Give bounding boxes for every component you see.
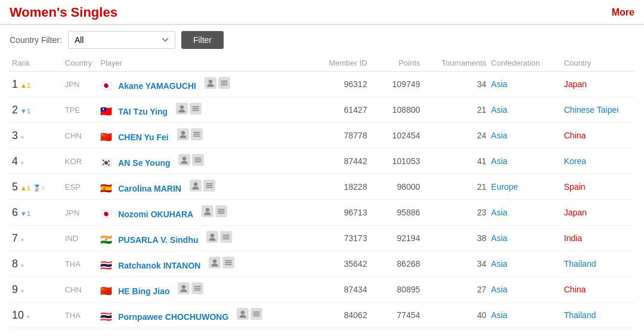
member-id-cell: 78778	[310, 123, 370, 149]
player-name[interactable]: CHEN Yu Fei	[118, 132, 169, 142]
filter-button[interactable]: Filter	[181, 31, 224, 49]
points-cell: 109749	[370, 72, 423, 97]
person-icon[interactable]	[209, 257, 221, 269]
list-icon[interactable]	[220, 231, 232, 243]
player-profile-icon[interactable]	[206, 231, 232, 243]
svg-point-24	[210, 233, 214, 237]
country-cell: Japan	[562, 200, 634, 226]
member-id-cell: 87442	[310, 149, 370, 174]
list-icon[interactable]	[222, 257, 234, 269]
tournaments-cell: 34	[423, 72, 489, 97]
person-icon[interactable]	[206, 231, 218, 243]
filter-bar: Country Filter: All Filter	[0, 25, 644, 55]
country-cell: Chinese Taipei	[562, 97, 634, 123]
country-filter-select[interactable]: All	[68, 31, 175, 49]
tournaments-cell: 34	[423, 251, 489, 277]
player-cell: 🇨🇳 HE Bing Jiao	[98, 277, 309, 303]
person-icon[interactable]	[190, 180, 202, 192]
more-link[interactable]: More	[612, 7, 634, 18]
list-icon[interactable]	[250, 308, 262, 320]
player-profile-icon[interactable]	[205, 77, 230, 89]
tournaments-cell: 21	[423, 174, 489, 200]
person-icon[interactable]	[178, 282, 190, 294]
list-icon[interactable]	[192, 154, 204, 166]
person-icon[interactable]	[237, 308, 249, 320]
svg-rect-10	[193, 134, 200, 135]
filter-label: Country Filter:	[10, 35, 62, 45]
confederation-cell[interactable]: Asia	[489, 149, 562, 174]
player-name[interactable]: AN Se Young	[118, 158, 170, 168]
person-icon[interactable]	[176, 103, 188, 115]
player-name[interactable]: Akane YAMAGUCHI	[118, 81, 196, 91]
player-profile-icon[interactable]	[202, 205, 227, 217]
player-profile-icon[interactable]	[209, 257, 234, 269]
player-cell: 🇯🇵 Akane YAMAGUCHI	[98, 72, 309, 97]
table-row: 5▲1 🥈4ESP 🇪🇸 Carolina MARIN 182289800021…	[10, 174, 634, 200]
points-cell: 92194	[370, 226, 423, 251]
player-name[interactable]: HE Bing Jiao	[118, 286, 169, 296]
player-name[interactable]: Carolina MARIN	[118, 184, 181, 193]
person-icon[interactable]	[177, 128, 189, 140]
list-icon[interactable]	[191, 128, 203, 140]
confederation-cell[interactable]: Asia	[489, 97, 562, 123]
svg-rect-5	[192, 106, 199, 107]
rank-cell: 10●	[10, 303, 63, 328]
player-flag: 🇰🇷	[100, 158, 112, 168]
col-tournaments: Tournaments	[423, 55, 489, 72]
svg-rect-22	[218, 211, 224, 212]
col-country-code: Country	[63, 55, 98, 72]
player-flag: 🇹🇭	[100, 260, 112, 270]
confederation-cell[interactable]: Asia	[489, 226, 562, 251]
points-cell: 102454	[370, 123, 423, 149]
list-icon[interactable]	[218, 77, 230, 89]
confederation-cell[interactable]: Asia	[489, 72, 562, 97]
person-icon[interactable]	[178, 154, 190, 166]
country-cell: Thailand	[562, 303, 634, 328]
tournaments-cell: 40	[423, 303, 489, 328]
country-code-cell: JPN	[63, 72, 98, 97]
player-profile-icon[interactable]	[176, 103, 202, 115]
rank-cell: 5▲1 🥈4	[10, 174, 63, 200]
confederation-cell[interactable]: Asia	[489, 200, 562, 226]
svg-rect-38	[253, 313, 260, 315]
rank-cell: 9●	[10, 277, 63, 303]
confederation-cell[interactable]: Asia	[489, 123, 562, 149]
tournaments-cell: 21	[423, 97, 489, 123]
confederation-cell[interactable]: Asia	[489, 251, 562, 277]
rank-cell: 1▲1	[10, 72, 63, 97]
svg-rect-3	[221, 84, 227, 85]
confederation-cell[interactable]: Asia	[489, 277, 562, 303]
player-name[interactable]: Nozomi OKUHARA	[118, 209, 193, 219]
player-profile-icon[interactable]	[177, 128, 203, 140]
list-icon[interactable]	[190, 103, 202, 115]
player-name[interactable]: Ratchanok INTANON	[118, 261, 200, 270]
country-code-cell: IND	[63, 226, 98, 251]
list-icon[interactable]	[203, 180, 215, 192]
svg-point-36	[241, 310, 244, 314]
player-profile-icon[interactable]	[190, 180, 215, 192]
svg-point-4	[180, 105, 184, 109]
svg-rect-34	[194, 288, 201, 289]
player-name[interactable]: PUSARLA V. Sindhu	[118, 235, 198, 245]
country-code-cell: KOR	[63, 149, 98, 174]
svg-rect-31	[225, 264, 232, 265]
country-code-cell: JPN	[63, 200, 98, 226]
player-flag: 🇹🇭	[100, 312, 112, 322]
player-profile-icon[interactable]	[178, 154, 204, 166]
player-profile-icon[interactable]	[237, 308, 262, 320]
confederation-cell[interactable]: Europe	[489, 174, 562, 200]
list-icon[interactable]	[191, 282, 203, 294]
player-name[interactable]: TAI Tzu Ying	[118, 107, 168, 116]
col-member-id: Member ID	[310, 55, 370, 72]
list-icon[interactable]	[215, 205, 227, 217]
member-id-cell: 96713	[310, 200, 370, 226]
player-name[interactable]: Pornpawee CHOCHUWONG	[118, 312, 228, 322]
svg-point-32	[182, 285, 185, 288]
svg-rect-9	[193, 132, 200, 133]
person-icon[interactable]	[202, 205, 213, 217]
person-icon[interactable]	[205, 77, 216, 89]
svg-rect-27	[223, 238, 230, 239]
player-profile-icon[interactable]	[178, 282, 203, 294]
confederation-cell[interactable]: Asia	[489, 303, 562, 328]
svg-rect-1	[221, 81, 227, 82]
